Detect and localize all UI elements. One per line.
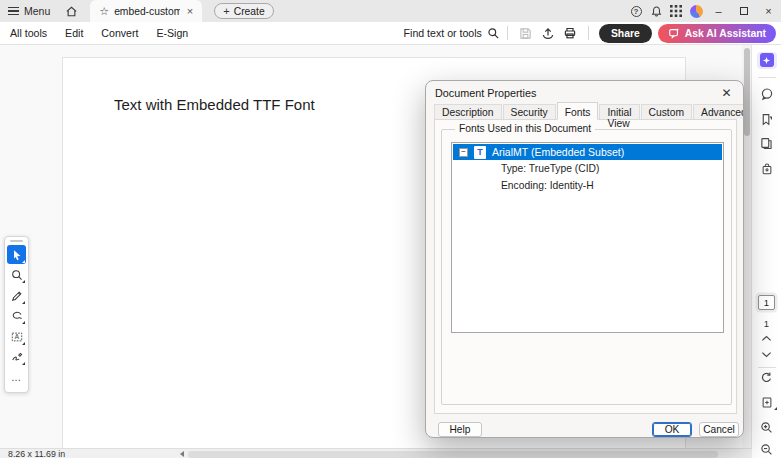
previous-page-button[interactable] [757, 333, 777, 345]
search-icon [487, 27, 500, 40]
divider [758, 77, 776, 78]
scroll-left-arrow-icon[interactable] [180, 451, 184, 457]
attachments-panel-button[interactable] [757, 160, 777, 177]
rotate-icon [760, 371, 773, 384]
share-button[interactable]: Share [599, 24, 652, 43]
cancel-button[interactable]: Cancel [699, 422, 739, 437]
app-toolbar: All tools Edit Convert E-Sign Find text … [0, 22, 781, 45]
pencil-tool-button[interactable] [7, 286, 26, 305]
save-button[interactable] [517, 24, 535, 42]
fit-page-button[interactable] [757, 394, 777, 411]
home-icon [65, 5, 78, 18]
esign-menu[interactable]: E-Sign [156, 27, 188, 39]
pdf-page-text: Text with Embedded TTF Font [114, 96, 315, 113]
sign-tool-button[interactable] [7, 348, 26, 367]
account-button[interactable] [686, 0, 706, 22]
page-number-input[interactable]: 1 [758, 295, 775, 310]
horizontal-scrollbar[interactable] [178, 449, 740, 458]
add-text-tool-icon: A [11, 331, 23, 343]
titlebar-right-group: ? – × [626, 0, 781, 22]
ask-ai-assistant-button[interactable]: Ask AI Assistant [658, 24, 776, 43]
dialog-title: Document Properties [435, 87, 536, 99]
chevron-down-icon [761, 351, 772, 358]
tab-custom[interactable]: Custom [641, 104, 692, 119]
fonts-listbox[interactable]: ArialMT (Embedded Subset) Type: TrueType… [451, 142, 724, 333]
drag-handle[interactable] [10, 240, 23, 242]
bookmarks-panel-button[interactable] [757, 111, 777, 128]
help-button[interactable]: Help [438, 422, 482, 437]
zoom-in-button[interactable] [757, 419, 777, 436]
horizontal-scrollbar-thumb[interactable] [188, 451, 718, 458]
quick-tools-rail: A … [4, 236, 29, 393]
share-label: Share [611, 28, 640, 39]
font-type-label: Type: TrueType (CID) [501, 163, 599, 174]
star-icon[interactable]: ☆ [99, 6, 109, 17]
close-window-button[interactable]: × [756, 0, 781, 22]
zoom-out-button[interactable] [757, 441, 777, 458]
pencil-tool-icon [11, 290, 23, 302]
next-page-button[interactable] [757, 349, 777, 361]
printer-icon [563, 26, 577, 40]
page-size-label: 8.26 x 11.69 in [8, 449, 65, 458]
document-tab[interactable]: ☆ embed-custom-ttf-font... × [90, 0, 202, 22]
hamburger-icon [8, 7, 19, 15]
divider [507, 26, 508, 40]
divider [758, 367, 776, 368]
divider [588, 26, 589, 40]
comments-panel-button[interactable] [757, 86, 777, 103]
fonts-group-box: Fonts Used in this Document ArialMT (Emb… [441, 129, 732, 405]
cloud-upload-icon [541, 26, 555, 40]
fonts-group-label: Fonts Used in this Document [455, 123, 595, 134]
create-button[interactable]: + Create [214, 3, 273, 19]
edit-menu[interactable]: Edit [65, 27, 83, 39]
zoom-tool-button[interactable] [7, 266, 26, 285]
more-tools-button[interactable]: … [7, 368, 26, 387]
minimize-button[interactable]: – [706, 0, 731, 22]
apps-button[interactable] [666, 0, 686, 22]
app-grid-icon [670, 5, 682, 17]
font-name-label: ArialMT (Embedded Subset) [492, 146, 624, 158]
tree-collapse-icon[interactable] [459, 148, 468, 157]
bookmarks-icon [760, 113, 773, 126]
rotate-page-button[interactable] [757, 369, 777, 386]
select-tool-button[interactable] [7, 245, 26, 264]
ok-button[interactable]: OK [652, 422, 692, 437]
attachments-icon [761, 163, 773, 175]
help-button[interactable]: ? [626, 0, 646, 22]
tab-advanced[interactable]: Advanced [693, 104, 744, 119]
font-list-item[interactable]: ArialMT (Embedded Subset) [453, 144, 722, 160]
ai-assistant-icon [760, 53, 774, 67]
tab-initial-view[interactable]: Initial View [599, 104, 639, 119]
vertical-scrollbar-thumb[interactable] [744, 48, 750, 136]
dialog-close-button[interactable]: ✕ [718, 84, 735, 101]
all-tools-menu[interactable]: All tools [10, 27, 47, 39]
acrobat-window: Menu ☆ embed-custom-ttf-font... × + Crea… [0, 0, 781, 458]
document-properties-dialog: Document Properties ✕ Description Securi… [425, 80, 744, 438]
fonts-tab-panel: Fonts Used in this Document ArialMT (Emb… [434, 119, 737, 414]
find-control[interactable]: Find text or tools [404, 27, 500, 40]
plus-icon: + [223, 6, 229, 17]
lasso-tool-button[interactable] [7, 307, 26, 326]
find-label: Find text or tools [404, 27, 482, 39]
add-text-tool-button[interactable]: A [7, 327, 26, 346]
help-icon: ? [631, 6, 642, 17]
menu-button[interactable]: Menu [0, 0, 58, 22]
tab-security[interactable]: Security [503, 104, 556, 119]
zoom-in-icon [760, 421, 773, 434]
home-button[interactable] [58, 0, 84, 22]
titlebar: Menu ☆ embed-custom-ttf-font... × + Crea… [0, 0, 781, 22]
fit-page-icon [761, 396, 773, 409]
convert-menu[interactable]: Convert [101, 27, 138, 39]
maximize-button[interactable] [731, 0, 756, 22]
notifications-button[interactable] [646, 0, 666, 22]
tab-description[interactable]: Description [434, 104, 502, 119]
ai-chat-icon [668, 27, 680, 39]
ai-assistant-panel-button[interactable] [757, 52, 777, 69]
save-icon [519, 27, 532, 40]
page-thumbnails-panel-button[interactable] [757, 136, 777, 153]
print-button[interactable] [561, 24, 579, 42]
upload-button[interactable] [539, 24, 557, 42]
tab-fonts[interactable]: Fonts [557, 102, 599, 120]
dialog-tabs: Description Security Fonts Initial View … [434, 102, 744, 119]
tab-close-icon[interactable]: × [185, 5, 195, 17]
